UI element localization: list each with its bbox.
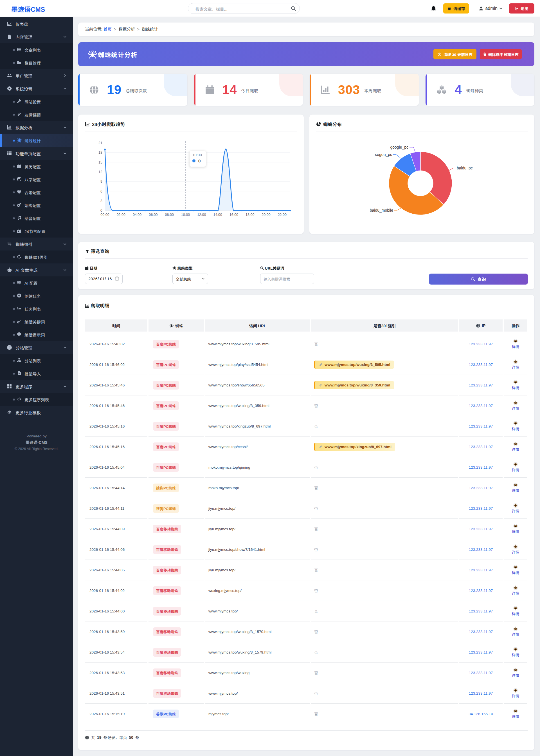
svg-text:22:00: 22:00 xyxy=(278,213,287,217)
svg-text:baidu_mobile: baidu_mobile xyxy=(370,208,393,213)
svg-text:02:00: 02:00 xyxy=(117,213,125,217)
svg-text:3: 3 xyxy=(100,199,102,203)
svg-text:18:00: 18:00 xyxy=(245,213,254,217)
svg-text:9: 9 xyxy=(100,180,102,184)
svg-text:0: 0 xyxy=(100,209,102,213)
svg-text:google_pc: google_pc xyxy=(390,145,408,149)
svg-text:20:00: 20:00 xyxy=(262,213,270,217)
svg-text:16:00: 16:00 xyxy=(229,213,238,217)
svg-text:14:00: 14:00 xyxy=(213,213,222,217)
svg-text:15: 15 xyxy=(98,160,102,164)
svg-text:00:00: 00:00 xyxy=(100,213,109,217)
svg-text:12: 12 xyxy=(98,170,102,174)
svg-text:sogou_pc: sogou_pc xyxy=(375,152,392,157)
svg-text:06:00: 06:00 xyxy=(149,213,158,217)
svg-text:21: 21 xyxy=(98,141,102,145)
svg-text:18: 18 xyxy=(98,151,102,154)
svg-text:baidu_pc: baidu_pc xyxy=(457,166,473,170)
svg-text:12:00: 12:00 xyxy=(197,213,206,217)
svg-text:08:00: 08:00 xyxy=(165,213,174,217)
svg-text:04:00: 04:00 xyxy=(133,213,141,217)
svg-text:10:00: 10:00 xyxy=(181,213,190,217)
svg-text:6: 6 xyxy=(100,189,102,193)
